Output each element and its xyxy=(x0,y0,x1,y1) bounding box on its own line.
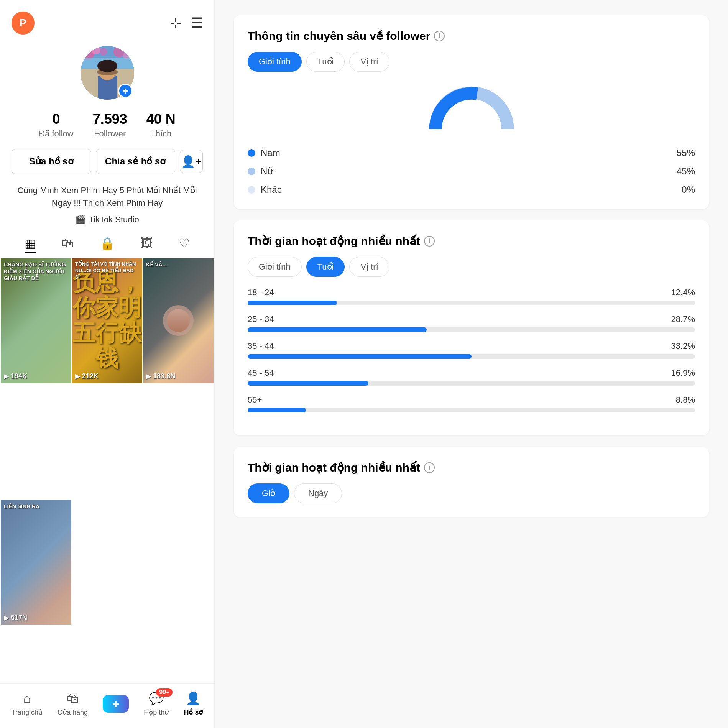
nav-hop-thu[interactable]: 💬 99+ Hộp thư xyxy=(144,691,169,716)
action-buttons: Sửa hồ sơ Chia sẻ hồ sơ 👤+ xyxy=(0,143,214,180)
da-follow-number: 0 xyxy=(52,111,60,127)
video-thumb[interactable]: LIÊN SINH RA ▶ 517N xyxy=(1,500,71,625)
khac-label: Khác xyxy=(261,184,282,195)
add-friend-button[interactable]: 👤+ xyxy=(180,150,203,173)
svg-point-12 xyxy=(97,69,118,75)
tab2-tuoi[interactable]: Tuổi xyxy=(306,257,345,277)
video-thumb[interactable]: KẾ VÀ... ▶ 183.6N xyxy=(143,258,214,383)
avatar-overlay xyxy=(163,305,194,336)
age-pct-35-44: 33.2% xyxy=(671,341,695,351)
nav-ho-so-label: Hồ sơ xyxy=(184,708,203,716)
profile-icon: 👤 xyxy=(186,691,201,706)
tab2-vi-tri[interactable]: Vị trí xyxy=(349,257,389,277)
tiktok-studio-badge[interactable]: 🎬 TikTok Studio xyxy=(12,215,203,225)
tab-videos-icon[interactable]: ▦ xyxy=(25,236,36,253)
tab-gio[interactable]: Giờ xyxy=(248,483,289,503)
svg-point-5 xyxy=(113,46,124,57)
right-panel: Thông tin chuyên sâu về follower i Giới … xyxy=(215,0,728,728)
plus-icon: + xyxy=(112,697,120,711)
active-time-info-icon-2[interactable]: i xyxy=(424,462,435,473)
nu-pct: 45% xyxy=(677,166,695,177)
add-friend-icon: 👤+ xyxy=(181,155,202,168)
tiktok-studio-label: TikTok Studio xyxy=(89,215,139,225)
avatar-wrapper: + xyxy=(81,46,134,100)
age-range-45-54: 45 - 54 xyxy=(248,368,274,378)
tiktok-studio-icon: 🎬 xyxy=(75,215,85,225)
bar-track-18-24 xyxy=(248,301,695,305)
follower-label: Follower xyxy=(94,129,126,139)
home-icon: ⌂ xyxy=(23,692,31,706)
add-avatar-button[interactable]: + xyxy=(118,84,133,98)
age-pct-25-34: 28.7% xyxy=(671,314,695,324)
nav-hop-thu-label: Hộp thư xyxy=(144,708,169,716)
follower-info-icon[interactable]: i xyxy=(434,31,445,41)
tab-icons-row: ▦ 🛍 🔒 🖼 ♡ xyxy=(0,228,214,257)
nu-label: Nữ xyxy=(261,166,273,177)
video-title-2: TỔNG TÀI VÔ TÌNH NHẬN NU...ÔI CÔ BÉ TIỂU… xyxy=(75,261,140,281)
follower-number: 7.593 xyxy=(93,111,127,127)
bar-fill-35-44 xyxy=(248,354,472,359)
play-icon-2: ▶ xyxy=(75,373,80,380)
video-title: CHÀNG ĐẠO SĨ TƯỞNG KIẾM XIỀN CỦA NGƯỜI G… xyxy=(4,261,68,282)
tab2-gioi-tinh[interactable]: Giới tính xyxy=(248,257,302,277)
plus-button[interactable]: + xyxy=(103,695,129,713)
top-bar: P ⊹ ☰ xyxy=(0,0,214,38)
active-time-card-2: Thời gian hoạt động nhiều nhất i Giờ Ngà… xyxy=(234,447,709,517)
tab-gallery-icon[interactable]: 🖼 xyxy=(141,236,153,253)
active-time-card: Thời gian hoạt động nhiều nhất i Giới tí… xyxy=(234,220,709,435)
nav-trang-chu[interactable]: ⌂ Trang chủ xyxy=(12,692,43,716)
age-row-55plus: 55+ 8.8% xyxy=(248,395,695,412)
bio-section: Cùng Mình Xem Phim Hay 5 Phút Mới Nhất M… xyxy=(0,180,214,228)
tab-heart-icon[interactable]: ♡ xyxy=(179,236,190,253)
video-count-2: ▶ 212K xyxy=(75,372,99,380)
nam-pct: 55% xyxy=(677,148,695,158)
nav-ho-so[interactable]: 👤 Hồ sơ xyxy=(184,691,203,716)
play-icon: ▶ xyxy=(4,373,8,380)
edit-profile-button[interactable]: Sửa hồ sơ xyxy=(12,149,91,174)
age-range-25-34: 25 - 34 xyxy=(248,314,274,324)
nav-cua-hang[interactable]: 🛍 Cửa hàng xyxy=(58,692,88,716)
video-count-text-2: 212K xyxy=(82,372,99,380)
donut-chart xyxy=(426,82,518,136)
active-time-title: Thời gian hoạt động nhiều nhất i xyxy=(248,234,695,248)
share-profile-button[interactable]: Chia sẻ hồ sơ xyxy=(96,149,176,174)
tab-vi-tri[interactable]: Vị trí xyxy=(349,52,389,72)
bar-fill-45-54 xyxy=(248,381,368,386)
khac-pct: 0% xyxy=(682,184,695,195)
nav-cua-hang-label: Cửa hàng xyxy=(58,708,88,716)
video-count-text-4: 517N xyxy=(11,614,27,622)
nav-plus[interactable]: + xyxy=(103,695,129,713)
shop-icon: 🛍 xyxy=(67,692,79,706)
bar-fill-25-34 xyxy=(248,327,427,332)
video-thumb[interactable]: 负恩，你家明 五行缺钱 TỔNG TÀI VÔ TÌNH NHẬN NU...Ô… xyxy=(72,258,143,383)
bottom-nav: ⌂ Trang chủ 🛍 Cửa hàng + 💬 99+ Hộp thư 👤… xyxy=(0,683,214,728)
age-pct-45-54: 16.9% xyxy=(671,368,695,378)
age-header-18-24: 18 - 24 12.4% xyxy=(248,288,695,297)
age-range-35-44: 35 - 44 xyxy=(248,341,274,351)
donut-chart-container xyxy=(248,82,695,136)
bar-track-35-44 xyxy=(248,354,695,359)
stat-thich: 40 N Thích xyxy=(146,111,176,139)
bar-fill-55plus xyxy=(248,408,306,412)
age-pct-18-24: 12.4% xyxy=(671,288,695,297)
video-count-3: ▶ 183.6N xyxy=(146,372,175,380)
age-row-18-24: 18 - 24 12.4% xyxy=(248,288,695,305)
age-tab-row: Giới tính Tuổi Vị trí xyxy=(248,257,695,277)
play-icon-3: ▶ xyxy=(146,373,151,380)
tab-ngay[interactable]: Ngày xyxy=(294,483,342,503)
p-icon: P xyxy=(12,12,35,35)
thich-label: Thích xyxy=(150,129,171,139)
video-count-text-3: 183.6N xyxy=(153,372,175,380)
tab-gioi-tinh[interactable]: Giới tính xyxy=(248,52,302,72)
stat-da-follow: 0 Đã follow xyxy=(39,111,73,139)
tab-lock-icon[interactable]: 🔒 xyxy=(100,236,115,253)
age-range-55plus: 55+ xyxy=(248,395,262,405)
bar-fill-18-24 xyxy=(248,301,337,305)
tab-shop-icon[interactable]: 🛍 xyxy=(62,236,74,253)
menu-icon[interactable]: ☰ xyxy=(191,15,203,31)
active-time-info-icon[interactable]: i xyxy=(424,236,435,247)
tab-tuoi[interactable]: Tuổi xyxy=(306,52,345,72)
time-tab-row: Giờ Ngày xyxy=(248,483,695,503)
video-thumb[interactable]: CHÀNG ĐẠO SĨ TƯỞNG KIẾM XIỀN CỦA NGƯỜI G… xyxy=(1,258,71,383)
bookmark-star-icon[interactable]: ⊹ xyxy=(170,15,181,31)
